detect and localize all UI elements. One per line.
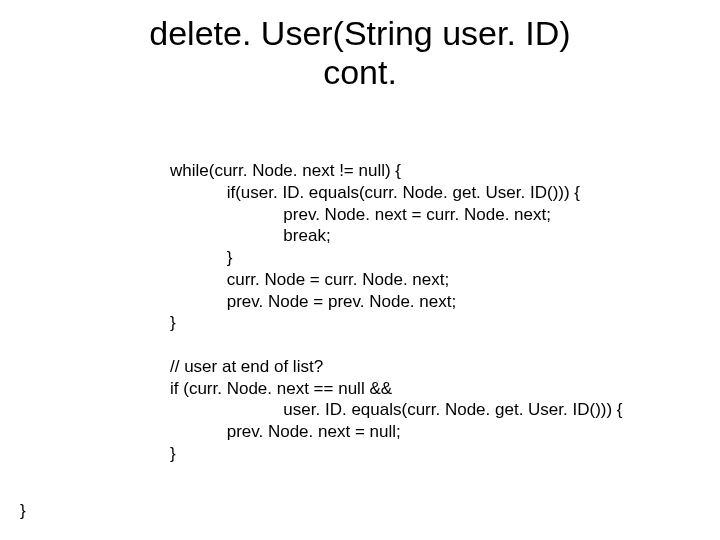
outer-close-brace: } bbox=[20, 500, 26, 522]
slide: delete. User(String user. ID) cont. whil… bbox=[0, 0, 720, 540]
title-line-1: delete. User(String user. ID) bbox=[149, 14, 570, 52]
slide-title: delete. User(String user. ID) cont. bbox=[0, 14, 720, 92]
title-line-2: cont. bbox=[323, 53, 397, 91]
code-block: while(curr. Node. next != null) { if(use… bbox=[170, 160, 710, 465]
